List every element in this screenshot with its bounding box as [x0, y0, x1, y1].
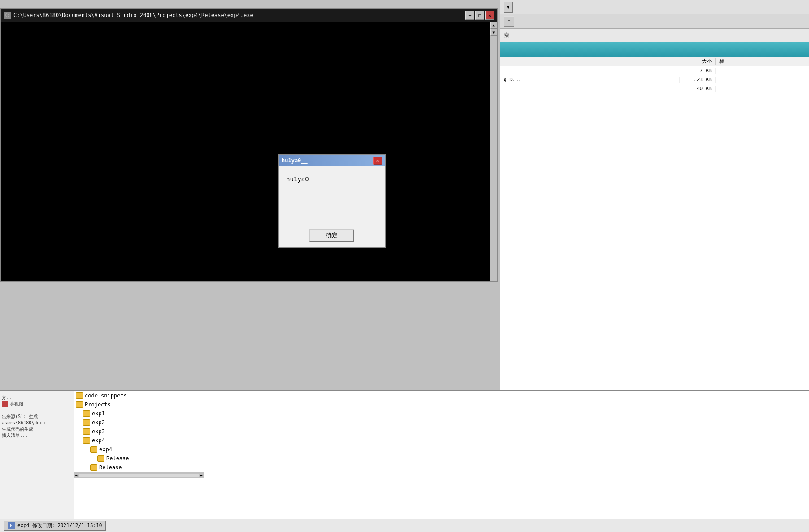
explorer-file-list: 7 KB g D... 323 KB 40 KB [500, 66, 809, 390]
file-name-cell: g D... [500, 77, 680, 83]
scrollbar-up-button[interactable]: ▲ [490, 22, 497, 29]
tree-item-label: Release [106, 455, 129, 462]
tree-item-exp4-inner[interactable]: exp4 [88, 445, 204, 454]
msg-dialog-close-button[interactable]: ✕ [373, 157, 382, 165]
folder-icon [90, 464, 97, 471]
folder-icon [90, 446, 97, 453]
folder-tree: code snippets Projects exp1 exp2 exp3 ex… [74, 391, 204, 532]
tree-item-code-snippets[interactable]: code snippets [74, 391, 204, 400]
bottom-status-bar: E exp4 修改日期: 2021/12/1 15:10 [0, 519, 809, 532]
tree-item-exp1[interactable]: exp1 [81, 409, 204, 418]
taskbar-modified-label: 修改日期: [32, 522, 55, 529]
col-label-header: 标 [716, 58, 809, 65]
msg-dialog-title: hu1ya0__ [282, 157, 308, 164]
tree-horizontal-scrollbar[interactable]: ◄ ► [74, 472, 204, 478]
cmd-window: C: C:\Users\86180\Documents\Visual Studi… [0, 8, 498, 282]
folder-explorer: 方... 类视图 出来源(S): 生成 asers\86180\docu 生成代… [0, 390, 809, 532]
taskbar-filename: exp4 [17, 523, 30, 528]
output-line: 出来源(S): 生成 [2, 414, 72, 420]
taskbar-modified-date: 2021/12/1 15:10 [57, 523, 102, 528]
explorer-header-bar [500, 42, 809, 57]
cmd-icon: C: [4, 12, 11, 19]
output-line: 类视图 [2, 401, 72, 407]
file-size-cell: 323 KB [680, 77, 716, 83]
tree-item-label: Projects [85, 401, 111, 408]
taskbar-app-icon: E [8, 522, 15, 529]
msg-dialog-titlebar: hu1ya0__ ✕ [279, 155, 385, 166]
cmd-titlebar: C: C:\Users\86180\Documents\Visual Studi… [1, 9, 497, 22]
folder-icon [76, 401, 83, 408]
folder-icon [76, 392, 83, 399]
cmd-close-button[interactable]: ✕ [485, 11, 494, 20]
bottom-content-area [204, 391, 809, 532]
tree-item-exp3[interactable]: exp3 [81, 427, 204, 436]
file-size-cell: 40 KB [680, 86, 716, 92]
explorer-nav-row: □ [500, 14, 809, 29]
cmd-minimize-button[interactable]: ─ [465, 11, 474, 20]
file-row[interactable]: g D... 323 KB [500, 75, 809, 84]
cmd-title: C:\Users\86180\Documents\Visual Studio 2… [13, 12, 253, 18]
col-size-header: 大小 [680, 58, 716, 65]
explorer-search-row: 索 [500, 29, 809, 42]
tree-item-label: exp2 [92, 419, 105, 426]
taskbar-item-exp4[interactable]: E exp4 修改日期: 2021/12/1 15:10 [4, 521, 106, 531]
cmd-titlebar-buttons: ─ □ ✕ [465, 11, 494, 20]
tree-item-projects[interactable]: Projects [74, 400, 204, 409]
output-line: 插入清单... [2, 432, 72, 439]
file-size-cell: 7 KB [680, 68, 716, 74]
file-row[interactable]: 40 KB [500, 84, 809, 93]
output-line: asers\86180\docu [2, 420, 72, 426]
bottom-right-panel [204, 391, 809, 532]
cmd-scrollbar[interactable]: ▲ ▼ [490, 22, 497, 281]
class-view-icon [2, 401, 8, 407]
folder-icon [83, 419, 90, 426]
message-dialog: hu1ya0__ ✕ hu1ya0__ 确定 [278, 154, 386, 248]
tree-item-exp2[interactable]: exp2 [81, 418, 204, 427]
tree-item-exp4[interactable]: exp4 [81, 436, 204, 445]
scroll-right-icon[interactable]: ► [200, 473, 203, 478]
explorer-panel: ▼ □ 索 大小 标 7 KB g D... 323 KB 40 KB [500, 0, 809, 390]
cmd-maximize-button[interactable]: □ [475, 11, 484, 20]
scroll-left-icon[interactable]: ◄ [75, 473, 77, 478]
folder-icon [83, 428, 90, 435]
msg-ok-button[interactable]: 确定 [309, 229, 354, 242]
tree-item-label: exp4 [99, 446, 112, 453]
tree-item-release-inner[interactable]: Release [96, 454, 204, 463]
output-text: 方... 类视图 出来源(S): 生成 asers\86180\docu 生成代… [2, 395, 72, 439]
tree-item-label: code snippets [85, 392, 127, 399]
folder-icon [97, 455, 104, 462]
file-list-header: 大小 标 [500, 57, 809, 66]
folder-icon [83, 410, 90, 417]
output-line: 方... [2, 395, 72, 401]
scrollbar-down-button[interactable]: ▼ [490, 29, 497, 36]
tree-item-release[interactable]: Release [88, 463, 204, 472]
cmd-titlebar-left: C: C:\Users\86180\Documents\Visual Studi… [4, 12, 253, 19]
msg-dialog-content: hu1ya0__ 确定 [279, 166, 385, 247]
explorer-dropdown-button[interactable]: ▼ [504, 2, 513, 13]
tree-item-label: Release [99, 464, 122, 471]
nav-expand-button[interactable]: □ [504, 16, 514, 27]
bottom-left-panel: 方... 类视图 出来源(S): 生成 asers\86180\docu 生成代… [0, 391, 74, 532]
file-row[interactable]: 7 KB [500, 66, 809, 75]
msg-dialog-text: hu1ya0__ [286, 175, 316, 183]
tree-item-label: exp3 [92, 428, 105, 435]
cmd-content: hu1ya0__ ✕ hu1ya0__ 确定 ▲ ▼ [1, 22, 497, 281]
search-label: 索 [504, 31, 805, 39]
folder-icon [83, 437, 90, 444]
output-line: 生成代码的生成 [2, 426, 72, 432]
explorer-toolbar: ▼ [500, 0, 809, 14]
tree-item-label: exp1 [92, 410, 105, 417]
tree-item-label: exp4 [92, 437, 105, 444]
